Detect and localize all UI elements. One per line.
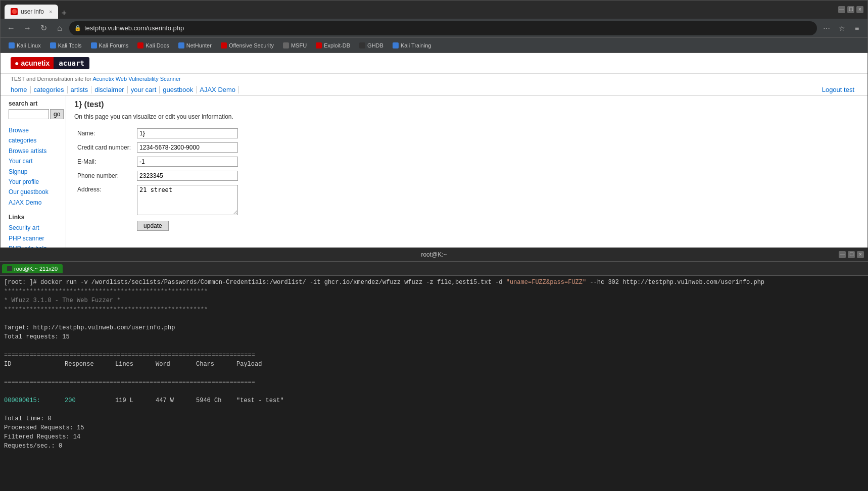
bookmark-kali-tools[interactable]: Kali Tools [46, 41, 86, 50]
bookmark-kali-docs[interactable]: Kali Docs [133, 41, 173, 50]
bookmark-msfu[interactable]: MSFU [279, 41, 311, 50]
email-label: E-Mail: [74, 155, 134, 169]
search-input[interactable] [9, 109, 49, 119]
sidebar-your-cart[interactable]: Your cart [9, 156, 58, 166]
close-button[interactable]: × [856, 6, 863, 13]
terminal-minimize-button[interactable]: — [839, 251, 846, 258]
terminal-result-row: 000000015:200119 L447 W5946 Ch"test - te… [4, 396, 864, 405]
back-button[interactable]: ← [5, 22, 18, 35]
terminal-requests-sec: Requests/sec.: 0 [4, 441, 864, 451]
sidebar-links-section: Browse categories Browse artists Your ca… [9, 125, 58, 208]
home-button[interactable]: ⌂ [53, 22, 66, 35]
terminal-title: root@K:~ [421, 251, 447, 258]
bookmark-ghdb[interactable]: GHDB [355, 41, 388, 50]
bookmarks-bar: Kali Linux Kali Tools Kali Forums Kali D… [1, 38, 867, 53]
terminal-blank1 [4, 314, 864, 323]
window-controls: — ☐ × [838, 6, 863, 13]
bookmark-kali-forums-label: Kali Forums [99, 42, 129, 48]
bookmark-kali-tools-label: Kali Tools [58, 42, 82, 48]
sidebar-ajax-demo[interactable]: AJAX Demo [9, 198, 58, 208]
kali-training-favicon [393, 42, 399, 48]
terminal-result-response: 200 [65, 396, 115, 405]
terminal-header-row: IDResponseLinesWordCharsPayload [4, 360, 864, 369]
bookmark-nethunter-label: NetHunter [186, 42, 212, 48]
address-bar-container[interactable]: 🔒 [69, 21, 817, 35]
new-tab-button[interactable]: + [58, 8, 70, 19]
site-notice: TEST and Demonstration site for Acunetix… [1, 74, 867, 84]
main-content: 1} (test) On this page you can visualize… [66, 96, 867, 248]
terminal-tab-1[interactable]: root@K:~ 211x20 [2, 264, 63, 273]
logo-text-part: acuart [54, 57, 89, 69]
address-bar-input[interactable] [84, 24, 812, 32]
terminal-command-line: [root: ]# docker run -v /wordlists/secli… [4, 278, 864, 287]
terminal-col-response: Response [65, 360, 115, 369]
tab-title: user info [21, 8, 44, 15]
sidebar-your-profile[interactable]: Your profile [9, 177, 58, 187]
sidebar-browse-artists[interactable]: Browse artists [9, 146, 58, 156]
nav-your-cart[interactable]: your cart [128, 86, 160, 93]
bookmark-kali-docs-label: Kali Docs [146, 42, 169, 48]
bookmark-nethunter[interactable]: NetHunter [174, 41, 216, 50]
kali-linux-favicon [9, 42, 15, 48]
update-button[interactable]: update [137, 221, 169, 231]
maximize-button[interactable]: ☐ [847, 6, 854, 13]
bookmark-exploit-db[interactable]: Exploit-DB [312, 41, 354, 50]
name-label: Name: [74, 126, 134, 140]
minimize-button[interactable]: — [838, 6, 845, 13]
nethunter-favicon [178, 42, 184, 48]
form-row-credit: Credit card number: [74, 140, 241, 155]
terminal-tab-icon [7, 266, 12, 271]
browser-tab-active[interactable]: 🔴 user info × [5, 5, 58, 19]
bookmark-kali-linux-label: Kali Linux [17, 42, 41, 48]
page-description: On this page you can visualize or edit y… [74, 113, 859, 120]
terminal-result-chars: 5946 Ch [196, 396, 236, 405]
terminal-blank5 [4, 405, 864, 414]
terminal-result-word: 447 W [156, 396, 196, 405]
address-textarea[interactable]: 21 street [137, 185, 238, 215]
terminal-content: [root: ]# docker run -v /wordlists/secli… [0, 276, 868, 491]
site-navigation: home categories artists disclaimer your … [1, 84, 867, 96]
extensions-button[interactable]: ⋯ [820, 22, 833, 35]
sidebar-browse-categories[interactable]: Browse categories [9, 125, 58, 146]
credit-input[interactable] [137, 142, 238, 153]
terminal-close-button[interactable]: × [857, 251, 864, 258]
sidebar-signup[interactable]: Signup [9, 167, 58, 177]
terminal-col-chars: Chars [196, 360, 236, 369]
forward-button[interactable]: → [21, 22, 34, 35]
terminal-restore-button[interactable]: ☐ [848, 251, 855, 258]
user-form: Name: Credit card number: E-Mail: P [74, 126, 859, 233]
phone-input[interactable] [137, 171, 238, 181]
sidebar-security-art[interactable]: Security art [9, 223, 58, 233]
security-lock-icon: 🔒 [74, 25, 81, 31]
bookmark-offensive-security[interactable]: Offensive Security [217, 41, 278, 50]
bookmark-kali-forums[interactable]: Kali Forums [87, 41, 133, 50]
refresh-button[interactable]: ↻ [37, 22, 50, 35]
bookmark-kali-linux[interactable]: Kali Linux [5, 41, 45, 50]
nav-ajax-demo[interactable]: AJAX Demo [197, 86, 239, 93]
nav-guestbook[interactable]: guestbook [160, 86, 197, 93]
bookmark-button[interactable]: ☆ [835, 22, 848, 35]
email-input[interactable] [137, 157, 238, 167]
nav-logout[interactable]: Logout test [819, 86, 857, 93]
terminal-result-lines: 119 L [115, 396, 156, 405]
nav-disclaimer[interactable]: disclaimer [91, 86, 128, 93]
nav-categories[interactable]: categories [31, 86, 68, 93]
sidebar-php-scanner[interactable]: PHP scanner [9, 233, 58, 243]
terminal-titlebar: root@K:~ — ☐ × [0, 248, 868, 262]
name-input[interactable] [137, 128, 238, 138]
sidebar-links-title: Links [9, 214, 58, 221]
nav-home[interactable]: home [11, 86, 31, 93]
menu-button[interactable]: ≡ [850, 22, 863, 35]
search-button[interactable]: go [50, 109, 64, 119]
terminal-separator1: ========================================… [4, 351, 864, 360]
address-label: Address: [74, 183, 134, 219]
sidebar-search-title: search art [9, 100, 58, 107]
nav-artists[interactable]: artists [68, 86, 92, 93]
form-row-submit: update [74, 219, 241, 233]
tab-close-button[interactable]: × [49, 9, 52, 15]
acunetix-link[interactable]: Acunetix Web Vulnerability Scanner [92, 76, 180, 82]
browser-titlebar: 🔴 user info × + — ☐ × [1, 1, 867, 19]
bookmark-ghdb-label: GHDB [367, 42, 383, 48]
sidebar-guestbook[interactable]: Our guestbook [9, 187, 58, 197]
bookmark-kali-training[interactable]: Kali Training [389, 41, 436, 50]
